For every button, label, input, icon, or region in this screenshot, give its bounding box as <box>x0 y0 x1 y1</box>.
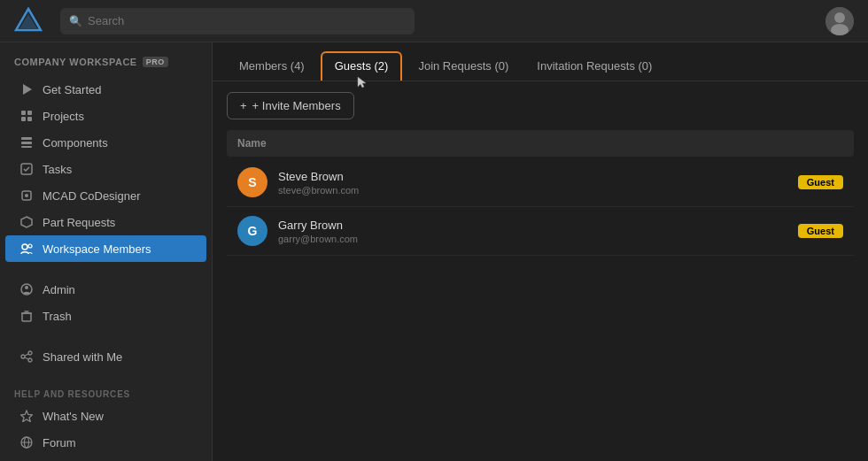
sidebar-item-whats-new[interactable]: What's New <box>5 403 206 429</box>
app-logo[interactable] <box>14 7 43 35</box>
svg-point-25 <box>28 351 32 355</box>
grid-icon <box>19 109 34 123</box>
avatar-steve: S <box>237 167 267 197</box>
tabs-bar: Members (4) Guests (2) Join Requests (0)… <box>213 42 868 81</box>
admin-icon <box>19 282 34 296</box>
tab-join-requests[interactable]: Join Requests (0) <box>406 53 521 79</box>
svg-marker-29 <box>21 411 33 422</box>
help-section-label: Help and Resources <box>0 384 212 403</box>
svg-rect-10 <box>21 137 32 140</box>
tab-members[interactable]: Members (4) <box>227 53 317 79</box>
invite-members-button[interactable]: + + Invite Members <box>227 92 354 119</box>
sidebar-item-part-requests[interactable]: Part Requests <box>5 209 206 235</box>
member-info-steve: Steve Brown steve@brown.com <box>278 170 787 196</box>
shared-icon <box>19 350 34 364</box>
table-header: Name <box>227 130 854 157</box>
svg-rect-8 <box>21 117 26 121</box>
search-input[interactable] <box>88 14 406 27</box>
member-info-garry: Garry Brown garry@brown.com <box>278 219 787 244</box>
member-email: steve@brown.com <box>278 185 787 196</box>
sidebar-item-get-started[interactable]: Get Started <box>5 76 206 103</box>
svg-rect-11 <box>21 142 32 144</box>
avatar[interactable] <box>825 7 854 35</box>
sidebar-item-trash[interactable]: Trash <box>5 303 206 329</box>
table-row: S Steve Brown steve@brown.com Guest <box>227 158 854 207</box>
members-table: Name S Steve Brown steve@brown.com Guest… <box>213 130 868 461</box>
toolbar: + + Invite Members <box>213 81 868 130</box>
sidebar-item-forum[interactable]: Forum <box>5 429 206 456</box>
sidebar-item-mcad[interactable]: MCAD CoDesigner <box>5 182 206 209</box>
sidebar-item-shared-with-me[interactable]: Shared with Me <box>5 343 206 370</box>
sidebar-item-projects[interactable]: Projects <box>5 103 206 129</box>
svg-marker-16 <box>21 217 32 227</box>
sidebar-item-tasks[interactable]: Tasks <box>5 156 206 182</box>
plus-icon: + <box>240 99 247 112</box>
trash-icon <box>19 309 34 323</box>
svg-rect-7 <box>27 111 32 115</box>
members-icon <box>19 242 34 256</box>
guest-badge: Guest <box>798 224 843 238</box>
guest-badge: Guest <box>798 175 843 189</box>
svg-point-17 <box>22 244 27 250</box>
svg-rect-21 <box>22 313 31 321</box>
svg-point-26 <box>28 358 32 362</box>
pro-badge: PRO <box>143 57 168 67</box>
avatar-garry: G <box>237 216 267 246</box>
sidebar-item-documentation[interactable]: Documentation <box>5 456 206 461</box>
member-name: Steve Brown <box>278 170 787 183</box>
svg-point-20 <box>25 286 28 289</box>
tasks-icon <box>19 162 34 176</box>
globe-icon <box>19 435 34 449</box>
search-box[interactable]: 🔍 <box>60 8 415 35</box>
member-name: Garry Brown <box>278 219 787 232</box>
tab-guests[interactable]: Guests (2) <box>321 51 403 81</box>
content-area: Members (4) Guests (2) Join Requests (0)… <box>213 42 868 461</box>
member-email: garry@brown.com <box>278 234 787 244</box>
svg-rect-9 <box>27 117 32 121</box>
mcad-icon <box>19 188 34 203</box>
sidebar-item-components[interactable]: Components <box>5 129 206 156</box>
star-icon <box>19 409 34 423</box>
svg-point-15 <box>25 194 28 197</box>
svg-line-27 <box>25 354 28 356</box>
svg-line-28 <box>25 357 28 359</box>
svg-point-18 <box>28 244 32 248</box>
sidebar-item-workspace-members[interactable]: Workspace Members <box>5 235 206 262</box>
part-icon <box>19 215 34 229</box>
tab-invitation-requests[interactable]: Invitation Requests (0) <box>524 53 664 79</box>
svg-point-3 <box>834 12 845 23</box>
svg-point-24 <box>21 355 25 358</box>
sidebar-item-admin[interactable]: Admin <box>5 276 206 303</box>
components-icon <box>19 135 34 150</box>
play-icon <box>19 82 34 96</box>
main-layout: Company Workspace PRO Get Started Projec… <box>0 42 868 461</box>
table-row: G Garry Brown garry@brown.com Guest <box>227 207 854 256</box>
svg-rect-6 <box>21 111 26 115</box>
svg-marker-5 <box>23 84 32 95</box>
topbar: 🔍 <box>0 0 868 42</box>
cursor-icon <box>356 75 367 89</box>
search-icon: 🔍 <box>69 15 82 27</box>
workspace-label: Company Workspace PRO <box>0 53 212 76</box>
sidebar: Company Workspace PRO Get Started Projec… <box>0 42 213 461</box>
svg-rect-12 <box>21 146 32 148</box>
